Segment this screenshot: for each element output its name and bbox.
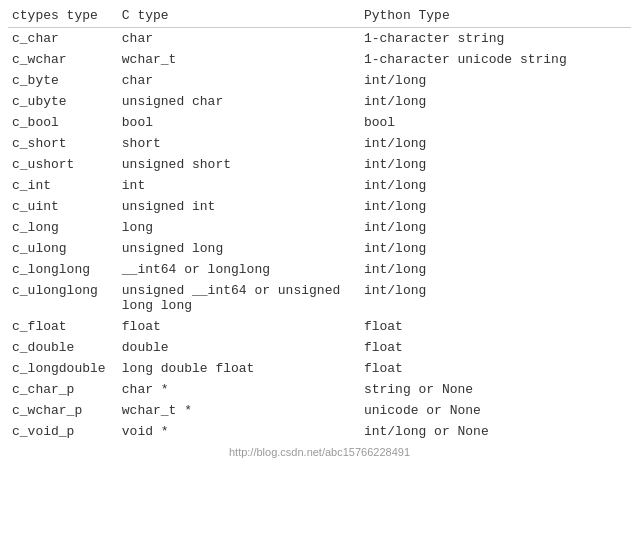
table-row: c_wchar_pwchar_t *unicode or None (8, 400, 631, 421)
table-row: c_ushortunsigned shortint/long (8, 154, 631, 175)
cell-python: int/long (360, 196, 631, 217)
cell-python: float (360, 358, 631, 379)
cell-ctypes: c_char_p (8, 379, 118, 400)
cell-python: 1-character string (360, 28, 631, 50)
cell-ctypes: c_byte (8, 70, 118, 91)
cell-ctypes: c_wchar_p (8, 400, 118, 421)
cell-python: string or None (360, 379, 631, 400)
table-row: c_ulonglongunsigned __int64 or unsigned … (8, 280, 631, 316)
table-row: c_longlong__int64 or longlongint/long (8, 259, 631, 280)
table-row: c_doubledoublefloat (8, 337, 631, 358)
cell-ctypes: c_char (8, 28, 118, 50)
cell-python: int/long (360, 175, 631, 196)
cell-ctype: int (118, 175, 360, 196)
table-row: c_intintint/long (8, 175, 631, 196)
cell-ctypes: c_ushort (8, 154, 118, 175)
cell-python: int/long (360, 217, 631, 238)
cell-python: int/long or None (360, 421, 631, 442)
table-row: c_boolboolbool (8, 112, 631, 133)
cell-python: int/long (360, 91, 631, 112)
cell-ctypes: c_ulonglong (8, 280, 118, 316)
cell-ctypes: c_ubyte (8, 91, 118, 112)
cell-python: int/long (360, 70, 631, 91)
table-row: c_char_pchar *string or None (8, 379, 631, 400)
cell-ctypes: c_double (8, 337, 118, 358)
table-row: c_uintunsigned intint/long (8, 196, 631, 217)
cell-ctype: char * (118, 379, 360, 400)
table-row: c_charchar1-character string (8, 28, 631, 50)
cell-ctype: long (118, 217, 360, 238)
header-ctype: C type (118, 4, 360, 28)
cell-ctype: unsigned short (118, 154, 360, 175)
watermark: http://blog.csdn.net/abc15766228491 (8, 442, 631, 458)
cell-python: 1-character unicode string (360, 49, 631, 70)
cell-ctype: short (118, 133, 360, 154)
table-row: c_ubyteunsigned charint/long (8, 91, 631, 112)
cell-ctypes: c_float (8, 316, 118, 337)
cell-ctype: double (118, 337, 360, 358)
cell-ctypes: c_void_p (8, 421, 118, 442)
table-header-row: ctypes type C type Python Type (8, 4, 631, 28)
cell-ctypes: c_uint (8, 196, 118, 217)
cell-ctype: __int64 or longlong (118, 259, 360, 280)
cell-ctype: float (118, 316, 360, 337)
cell-python: bool (360, 112, 631, 133)
table-row: c_bytecharint/long (8, 70, 631, 91)
table-row: c_longlongint/long (8, 217, 631, 238)
table-row: c_longdoublelong double floatfloat (8, 358, 631, 379)
cell-python: int/long (360, 259, 631, 280)
cell-ctype: bool (118, 112, 360, 133)
cell-ctype: unsigned char (118, 91, 360, 112)
table-row: c_void_pvoid *int/long or None (8, 421, 631, 442)
main-container: ctypes type C type Python Type c_charcha… (0, 0, 639, 466)
table-row: c_floatfloatfloat (8, 316, 631, 337)
cell-ctypes: c_wchar (8, 49, 118, 70)
cell-python: int/long (360, 154, 631, 175)
cell-ctypes: c_longlong (8, 259, 118, 280)
cell-ctypes: c_longdouble (8, 358, 118, 379)
cell-python: int/long (360, 280, 631, 316)
cell-ctype: unsigned int (118, 196, 360, 217)
cell-ctypes: c_long (8, 217, 118, 238)
cell-ctype: wchar_t * (118, 400, 360, 421)
cell-ctype: unsigned __int64 or unsigned long long (118, 280, 360, 316)
cell-python: unicode or None (360, 400, 631, 421)
header-python: Python Type (360, 4, 631, 28)
table-row: c_shortshortint/long (8, 133, 631, 154)
cell-ctypes: c_bool (8, 112, 118, 133)
cell-ctype: long double float (118, 358, 360, 379)
cell-ctypes: c_int (8, 175, 118, 196)
header-ctypes: ctypes type (8, 4, 118, 28)
cell-python: float (360, 337, 631, 358)
cell-python: float (360, 316, 631, 337)
cell-ctype: unsigned long (118, 238, 360, 259)
cell-python: int/long (360, 133, 631, 154)
cell-ctype: wchar_t (118, 49, 360, 70)
ctypes-table: ctypes type C type Python Type c_charcha… (8, 4, 631, 442)
cell-ctypes: c_ulong (8, 238, 118, 259)
cell-ctype: void * (118, 421, 360, 442)
table-row: c_ulongunsigned longint/long (8, 238, 631, 259)
cell-python: int/long (360, 238, 631, 259)
cell-ctype: char (118, 28, 360, 50)
table-row: c_wcharwchar_t1-character unicode string (8, 49, 631, 70)
cell-ctype: char (118, 70, 360, 91)
cell-ctypes: c_short (8, 133, 118, 154)
